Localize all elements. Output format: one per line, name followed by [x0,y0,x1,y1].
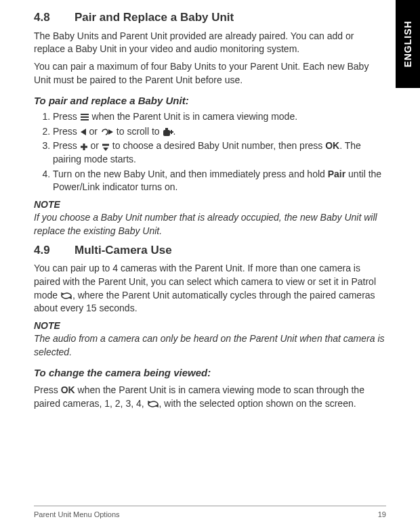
step-3: Press or to choose a desired Baby Unit n… [53,139,386,166]
patrol-icon [60,292,72,300]
language-label: ENGLISH [402,20,413,67]
section-heading-4-8: 4.8 Pair and Replace a Baby Unit [34,9,386,26]
svg-rect-2 [81,119,89,120]
svg-rect-0 [81,114,89,115]
step-4: Turn on the new Baby Unit, and then imme… [53,168,386,194]
steps-list: Press when the Parent Unit is in camera … [34,110,386,194]
page-number: 19 [378,510,386,518]
note-label: NOTE [34,319,386,333]
svg-marker-4 [108,129,113,135]
section-title: Pair and Replace a Baby Unit [75,9,234,26]
page-content: 4.8 Pair and Replace a Baby Unit The Bab… [0,0,420,411]
subheading: To pair and replace a Baby Unit: [34,93,386,108]
section-heading-4-9: 4.9 Multi-Camera Use [34,242,386,259]
svg-marker-12 [103,148,108,151]
minus-down-icon [102,143,110,151]
ok-label: OK [61,384,75,395]
note-label: NOTE [34,198,386,212]
add-device-icon [163,127,173,137]
svg-marker-3 [81,129,86,135]
footer-section: Parent Unit Menu Options [34,510,120,518]
section-number: 4.9 [34,242,75,259]
step-2: Press or to scroll to . [53,125,386,139]
paragraph: Press OK when the Parent Unit is in came… [34,384,386,410]
section-title: Multi-Camera Use [75,242,172,259]
note-body: If you choose a Baby Unit number that is… [34,211,386,238]
section-number: 4.8 [34,9,75,26]
language-tab: ENGLISH [396,0,420,88]
left-arrow-icon [80,128,87,136]
patrol-icon [147,400,159,408]
pair-label: Pair [328,169,345,179]
svg-rect-1 [81,116,89,118]
plus-icon [80,143,88,151]
paragraph: You can pair a maximum of four Baby Unit… [34,60,386,87]
scan-right-icon [100,127,114,137]
menu-icon [80,113,89,121]
svg-rect-6 [165,128,168,130]
paragraph: You can pair up to 4 cameras with the Pa… [34,262,386,315]
ok-label: OK [325,140,339,151]
svg-rect-5 [163,130,170,136]
paragraph: The Baby Units and Parent Unit provided … [34,30,386,56]
subheading: To change the camera being viewed: [34,365,386,380]
note-body: The audio from a camera can only be hear… [34,332,386,359]
step-1: Press when the Parent Unit is in camera … [53,110,386,124]
page-footer: Parent Unit Menu Options 19 [34,506,386,518]
